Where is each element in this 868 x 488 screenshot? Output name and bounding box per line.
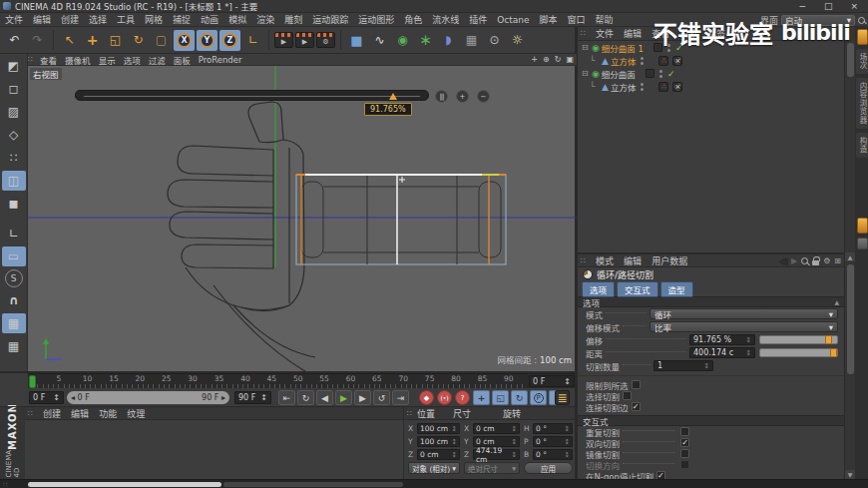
hud-options-button[interactable]: ||| <box>435 90 448 103</box>
panel-grip-icon[interactable]: ∷ <box>581 256 586 265</box>
scale-tool[interactable]: ◱ <box>105 30 126 51</box>
coordinate-mode-dropdown[interactable]: 对象 (相对)▾ <box>408 462 460 474</box>
menu-item[interactable]: 插件 <box>464 13 492 26</box>
camera-button[interactable]: ⊙ <box>484 30 505 51</box>
enabled-check-icon[interactable]: ✓ <box>667 69 675 79</box>
visibility-dots[interactable] <box>659 70 662 78</box>
viewport-canvas[interactable] <box>28 54 577 371</box>
attribute-menu-item[interactable]: 用户数据 <box>647 254 692 267</box>
snap-settings-button[interactable]: S <box>5 269 23 287</box>
options-group-header[interactable]: 选项▲ <box>578 296 844 307</box>
viewport-menu-item[interactable]: 选项 <box>120 54 145 66</box>
move-tool[interactable]: + <box>82 30 103 51</box>
cuts-value-field[interactable]: 1↕ <box>653 360 713 371</box>
visibility-dots[interactable] <box>641 57 644 65</box>
menu-item[interactable]: 雕刻 <box>279 13 307 26</box>
phong-tag-icon[interactable]: ∴ <box>658 82 668 92</box>
object-name[interactable]: 细分曲面 1 <box>602 42 644 54</box>
object-manager-menu-item[interactable]: 对象 <box>674 27 702 40</box>
viewport-menu-item[interactable]: 过滤 <box>145 54 170 66</box>
position-y-field[interactable]: 100 cm↕ <box>417 436 460 447</box>
viewport-menu-item[interactable]: 查看 <box>36 54 61 66</box>
object-row-sds1[interactable]: ⊟ ◉ 细分曲面 1 ✓ <box>578 41 844 54</box>
last-tool-used[interactable]: ▢ <box>151 30 172 51</box>
collapse-arrow-icon[interactable]: ▲ <box>834 298 839 305</box>
flip-direction-checkbox[interactable] <box>680 460 689 469</box>
layer-chip[interactable] <box>646 69 654 78</box>
end-frame-field[interactable]: 90 F↕ <box>234 391 271 404</box>
hud-decrease-button[interactable]: − <box>477 90 490 103</box>
record-rotation-toggle[interactable]: ↻ <box>511 390 528 405</box>
record-scale-toggle[interactable]: ◱ <box>492 390 509 405</box>
y-axis-lock-button[interactable]: Y <box>197 30 217 51</box>
history-back-icon[interactable]: ◀ <box>779 255 787 266</box>
menu-item[interactable]: 创建 <box>56 13 84 26</box>
size-x-field[interactable]: 0 cm↕ <box>473 423 520 434</box>
current-frame-field[interactable]: 0 F↕ <box>29 391 64 404</box>
record-parameter-toggle[interactable]: P <box>530 390 547 405</box>
viewport-menu-item[interactable]: 摄像机 <box>61 54 95 66</box>
polygons-mode-button[interactable]: ◼ <box>2 194 26 214</box>
make-editable-button[interactable]: ◩ <box>2 56 26 76</box>
previous-frame-button[interactable]: ◀ <box>316 390 333 405</box>
collapse-icon[interactable]: ⊟ <box>582 43 590 52</box>
texture-mode-button[interactable]: ▨ <box>2 102 26 122</box>
panel-splitter[interactable] <box>0 406 577 407</box>
distance-slider[interactable] <box>759 348 838 357</box>
panel-grip-icon[interactable]: ∷ <box>581 29 586 38</box>
size-z-field[interactable]: 474.19 cm↕ <box>473 449 520 460</box>
keyframe-selection-button[interactable]: ? <box>455 390 470 405</box>
attribute-menu-item[interactable]: 编辑 <box>619 254 647 267</box>
subdivision-surface-button[interactable]: ◉ <box>392 30 413 51</box>
hud-offset-slider[interactable] <box>75 90 429 101</box>
workplane-mode-button[interactable]: ◇ <box>2 125 26 145</box>
rotate-tool[interactable]: ↻ <box>128 30 149 51</box>
render-settings-button[interactable]: ⚙ <box>316 32 335 48</box>
object-manager-menu-item[interactable]: 文件 <box>591 27 619 40</box>
material-manager[interactable]: ∷ 创建编辑功能纹理 <box>25 407 404 479</box>
phong-tag-icon[interactable]: ∴ <box>658 56 668 66</box>
play-mode-button[interactable]: ↺ <box>373 390 390 405</box>
select-cut-checkbox[interactable] <box>623 391 632 400</box>
material-scrollbar[interactable] <box>28 482 221 487</box>
selection-tag-icon[interactable]: × <box>672 82 682 92</box>
minimize-button[interactable]: − <box>798 0 806 13</box>
range-left-arrow[interactable]: ◂ <box>71 393 75 402</box>
tab-structure[interactable]: 构造 <box>856 133 868 158</box>
object-manager-scrollbar[interactable] <box>844 27 855 252</box>
new-panel-icon[interactable]: ⊞ <box>834 256 841 265</box>
menu-item[interactable]: 窗口 <box>563 13 591 26</box>
goto-start-button[interactable]: ⇤ <box>278 390 295 405</box>
edges-mode-button[interactable]: ◫ <box>2 171 26 191</box>
ruler-frame-field[interactable]: 0 F↕ <box>529 375 575 387</box>
size-mode-dropdown[interactable]: 绝对尺寸▾ <box>464 462 520 474</box>
coordinate-system-button[interactable]: ∟ <box>242 30 263 51</box>
close-button[interactable]: × <box>850 0 858 13</box>
panel-grip-icon[interactable]: ∷ <box>28 409 33 418</box>
hud-slider-handle[interactable] <box>389 93 397 100</box>
apply-button[interactable]: 应用 <box>524 462 573 474</box>
playhead[interactable] <box>29 375 36 388</box>
autokey-button[interactable]: (•) <box>437 390 452 405</box>
connect-edges-checkbox[interactable]: ✓ <box>632 402 641 411</box>
live-selection-tool[interactable]: ↖ <box>59 30 80 51</box>
object-manager-menu-item[interactable]: 标签 <box>702 27 730 40</box>
object-manager-tab-icon[interactable] <box>857 29 868 45</box>
hud-increase-button[interactable]: + <box>456 90 469 103</box>
material-menu-item[interactable]: 纹理 <box>122 407 150 420</box>
viewport-menu-item[interactable]: ProRender <box>195 55 246 65</box>
selection-tag-icon[interactable]: × <box>672 56 682 66</box>
spline-pen-button[interactable]: ∿ <box>369 30 390 51</box>
position-z-field[interactable]: 0 cm↕ <box>417 449 460 460</box>
array-clone-button[interactable]: ∗ <box>415 30 436 51</box>
menu-item[interactable]: 脚本 <box>535 13 563 26</box>
tab-modeling[interactable]: 造型 <box>660 281 693 297</box>
menu-item[interactable]: 模拟 <box>223 13 251 26</box>
gear-icon[interactable]: ⚙ <box>823 256 830 265</box>
search-icon[interactable] <box>858 17 865 24</box>
history-forward-icon[interactable]: ▶ <box>791 256 797 265</box>
menu-item[interactable]: 网格 <box>140 13 168 26</box>
layer-chip[interactable] <box>653 43 662 52</box>
tab-interactive[interactable]: 交互式 <box>617 281 658 297</box>
restrict-checkbox[interactable] <box>632 380 641 389</box>
